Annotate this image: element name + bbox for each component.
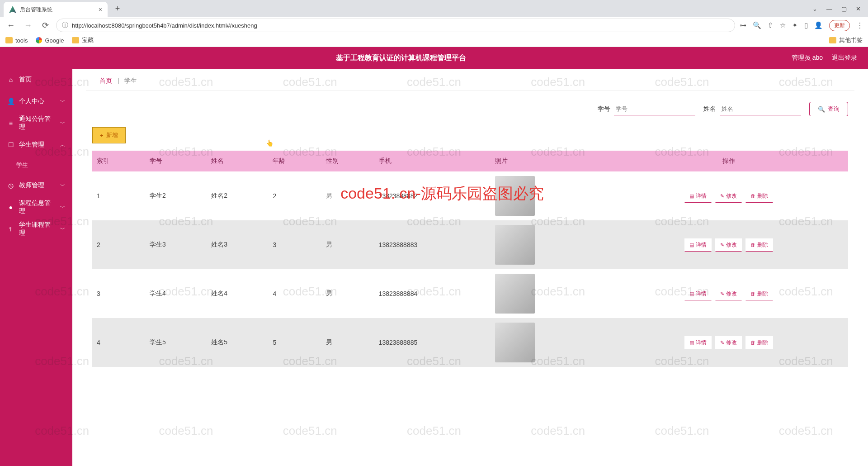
- search-row: 学号 姓名 🔍查询: [72, 91, 868, 124]
- chart-icon: ⫯: [7, 225, 14, 233]
- table-row: 2学生3姓名33男13823888883▤详情✎修改🗑删除: [92, 220, 848, 269]
- delete-button[interactable]: 🗑删除: [745, 336, 773, 349]
- add-button[interactable]: +新增: [92, 127, 126, 143]
- minimize-icon[interactable]: —: [826, 5, 832, 12]
- cell-photo: [491, 220, 610, 269]
- chevron-down-icon: ﹀: [60, 204, 65, 211]
- chevron-down-icon[interactable]: ⌄: [812, 5, 817, 12]
- edit-icon: ✎: [720, 242, 724, 248]
- window-controls: ⌄ — ▢ ✕: [812, 5, 868, 12]
- bookmark-treasure[interactable]: 宝藏: [72, 36, 94, 44]
- cell-phone: 13823888884: [374, 269, 491, 318]
- table-row: 4学生5姓名55男13823888885▤详情✎修改🗑删除: [92, 318, 848, 367]
- profile-icon[interactable]: 👤: [814, 21, 823, 29]
- detail-button[interactable]: ▤详情: [684, 336, 712, 349]
- col-ops: 操作: [610, 151, 848, 171]
- edit-button[interactable]: ✎修改: [715, 287, 742, 300]
- puzzle-icon[interactable]: ✦: [792, 21, 798, 29]
- logout-link[interactable]: 退出登录: [832, 54, 857, 62]
- chevron-down-icon: ﹀: [60, 182, 65, 189]
- cell-ops: ▤详情✎修改🗑删除: [610, 220, 848, 269]
- sidebar-student-mgmt[interactable]: ☐学生管理︿: [0, 134, 72, 156]
- key-icon[interactable]: ⊶: [740, 21, 746, 29]
- cell-ops: ▤详情✎修改🗑删除: [610, 318, 848, 367]
- app: 基于工程教育认证的计算机课程管理平台 管理员 abo 退出登录 ⌂首页 👤个人中…: [0, 47, 868, 466]
- bookmark-other[interactable]: 其他书签: [829, 36, 863, 44]
- col-gender: 性别: [321, 151, 374, 171]
- cell-gender: 男: [321, 318, 374, 367]
- doc-icon: ▤: [689, 193, 694, 199]
- panel-icon[interactable]: ▯: [804, 21, 808, 29]
- name-label: 姓名: [703, 105, 716, 113]
- cell-photo: [491, 269, 610, 318]
- sidebar-teacher[interactable]: ◷教师管理﹀: [0, 175, 72, 196]
- delete-button[interactable]: 🗑删除: [745, 238, 773, 252]
- sidebar-personal[interactable]: 👤个人中心﹀: [0, 90, 72, 112]
- edit-button[interactable]: ✎修改: [715, 238, 742, 252]
- folder-icon: [5, 37, 13, 43]
- update-button[interactable]: 更新: [829, 20, 850, 31]
- bookmark-tools[interactable]: tools: [5, 37, 28, 44]
- detail-button[interactable]: ▤详情: [684, 238, 712, 252]
- user-label: 管理员 abo: [792, 54, 823, 62]
- new-tab-button[interactable]: +: [111, 2, 124, 15]
- menu-icon[interactable]: ⋮: [856, 21, 863, 30]
- col-name: 姓名: [207, 151, 268, 171]
- home-icon: ⌂: [7, 76, 14, 83]
- edit-button[interactable]: ✎修改: [715, 190, 742, 203]
- trash-icon: 🗑: [750, 291, 755, 296]
- star-icon[interactable]: ☆: [780, 21, 786, 29]
- cell-phone: 13823888882: [374, 171, 491, 220]
- delete-button[interactable]: 🗑删除: [745, 190, 773, 203]
- breadcrumb-sep: |: [118, 77, 119, 84]
- edit-button[interactable]: ✎修改: [715, 336, 742, 349]
- forward-button[interactable]: →: [22, 19, 34, 32]
- folder-icon: [72, 37, 79, 43]
- info-icon[interactable]: ⓘ: [62, 21, 68, 29]
- detail-button[interactable]: ▤详情: [684, 287, 712, 300]
- sidebar-student[interactable]: 学生: [0, 156, 72, 175]
- share-icon[interactable]: ⇧: [768, 21, 774, 29]
- doc-icon: ▤: [689, 340, 694, 346]
- plus-icon: +: [100, 132, 104, 139]
- doc-icon: ▤: [689, 291, 694, 297]
- col-age: 年龄: [268, 151, 321, 171]
- search-button[interactable]: 🔍查询: [809, 102, 848, 116]
- cell-age: 3: [268, 220, 321, 269]
- detail-button[interactable]: ▤详情: [684, 190, 712, 203]
- bookmark-google[interactable]: Google: [36, 37, 64, 44]
- close-window-icon[interactable]: ✕: [856, 5, 861, 12]
- cell-index: 1: [92, 171, 145, 220]
- cell-sno: 学生5: [145, 318, 207, 367]
- sidebar-stu-course[interactable]: ⫯学生课程管理﹀: [0, 218, 72, 240]
- sidebar-notice[interactable]: ≡通知公告管理﹀: [0, 112, 72, 134]
- chevron-down-icon: ﹀: [60, 120, 65, 127]
- sidebar-course[interactable]: ●课程信息管理﹀: [0, 196, 72, 218]
- name-input[interactable]: [720, 103, 801, 115]
- col-index: 索引: [92, 151, 145, 171]
- reload-button[interactable]: ⟳: [39, 19, 52, 32]
- sno-input[interactable]: [614, 103, 695, 115]
- zoom-icon[interactable]: 🔍: [753, 21, 761, 29]
- chevron-up-icon: ︿: [60, 142, 65, 148]
- cell-gender: 男: [321, 269, 374, 318]
- table-row: 3学生4姓名44男13823888884▤详情✎修改🗑删除: [92, 269, 848, 318]
- cell-sno: 学生4: [145, 269, 207, 318]
- browser-chrome: 后台管理系统 × + ⌄ — ▢ ✕ ← → ⟳ ⓘ http://localh…: [0, 0, 868, 47]
- maximize-icon[interactable]: ▢: [841, 5, 847, 12]
- back-button[interactable]: ←: [5, 19, 17, 32]
- cell-photo: [491, 171, 610, 220]
- search-icon: 🔍: [818, 106, 825, 113]
- photo-thumb: [495, 274, 535, 314]
- url-input[interactable]: ⓘ http://localhost:8080/springboot5h4b7/…: [56, 19, 735, 32]
- sidebar-home[interactable]: ⌂首页: [0, 69, 72, 90]
- close-tab-icon[interactable]: ×: [99, 6, 102, 13]
- app-title: 基于工程教育认证的计算机课程管理平台: [11, 53, 792, 63]
- breadcrumb-home[interactable]: 首页: [99, 77, 112, 84]
- browser-tab[interactable]: 后台管理系统 ×: [4, 2, 108, 17]
- delete-button[interactable]: 🗑删除: [745, 287, 773, 300]
- breadcrumb: 首页 | 学生: [86, 69, 854, 91]
- cell-sno: 学生2: [145, 171, 207, 220]
- student-icon: ☐: [7, 141, 14, 148]
- col-phone: 手机: [374, 151, 491, 171]
